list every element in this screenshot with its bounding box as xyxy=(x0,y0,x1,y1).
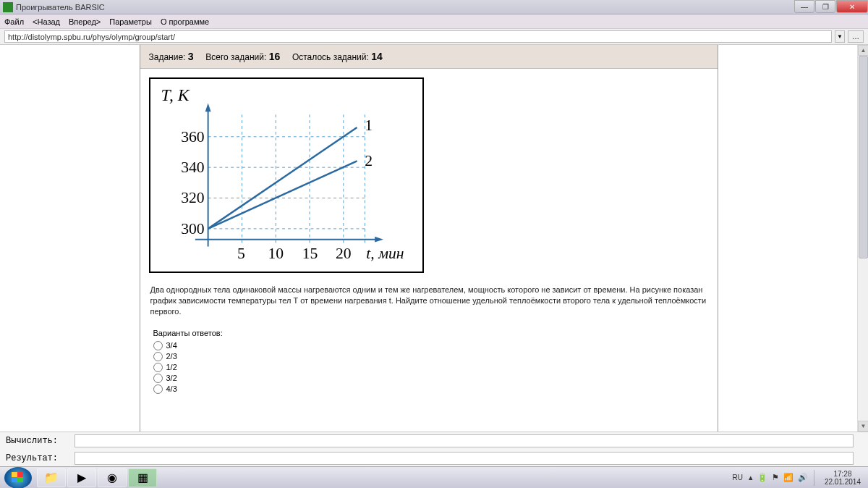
chart-ytick: 300 xyxy=(181,220,204,237)
chart-xtick: 15 xyxy=(302,245,318,262)
chart-xlabel: t, мин xyxy=(366,245,404,262)
compute-input[interactable] xyxy=(75,434,854,447)
menu-params[interactable]: Параметры xyxy=(109,17,152,26)
answer-label: 2/3 xyxy=(166,352,177,361)
menu-about[interactable]: О программе xyxy=(161,17,209,26)
tray-date: 22.01.2014 xyxy=(825,478,861,486)
answer-option[interactable]: 4/3 xyxy=(153,384,705,395)
answers-title: Варианты ответов: xyxy=(153,329,705,337)
chart-ytick: 320 xyxy=(181,189,204,206)
answer-radio[interactable] xyxy=(153,341,163,350)
task-remaining: 14 xyxy=(371,51,383,62)
answers-block: Варианты ответов: 3/4 2/3 1/2 3/2 4/3 xyxy=(140,326,718,397)
tray-volume-icon[interactable]: 🔊 xyxy=(798,473,808,482)
answer-label: 4/3 xyxy=(166,384,177,393)
svg-marker-11 xyxy=(205,103,210,112)
chart-series-label: 1 xyxy=(365,117,373,134)
answer-option[interactable]: 3/4 xyxy=(153,340,705,351)
answer-radio[interactable] xyxy=(153,384,163,394)
compute-panel: Вычислить: Результат: xyxy=(0,432,868,466)
menu-back[interactable]: <Назад xyxy=(33,17,60,26)
vertical-scrollbar[interactable]: ▲ ▼ xyxy=(857,45,868,432)
answer-label: 3/2 xyxy=(166,374,177,382)
window-controls: — ❐ ✕ xyxy=(793,0,868,13)
chart-series-label: 2 xyxy=(365,152,373,169)
tray-icons: ▴ 🔋 ⚑ 📶 🔊 xyxy=(749,473,808,482)
taskbar-barsic-icon[interactable]: ▦ xyxy=(128,468,157,487)
problem-text: Два однородных тела одинаковой массы наг… xyxy=(140,282,718,326)
compute-label: Вычислить: xyxy=(6,436,75,446)
menu-file[interactable]: Файл xyxy=(4,17,24,26)
content-area: Задание: 3 Всего заданий: 16 Осталось за… xyxy=(0,45,857,432)
url-dropdown-icon[interactable]: ▼ xyxy=(835,30,845,43)
start-button[interactable] xyxy=(4,467,32,489)
svg-line-13 xyxy=(208,127,357,229)
chart-ytick: 360 xyxy=(181,128,204,146)
tray-time: 17:28 xyxy=(825,470,861,478)
result-output xyxy=(75,452,854,465)
result-label: Результат: xyxy=(6,453,75,463)
page-frame: Задание: 3 Всего заданий: 16 Осталось за… xyxy=(140,45,718,432)
url-bar: ▼ … xyxy=(0,29,868,45)
taskbar-explorer-icon[interactable]: 📁 xyxy=(37,468,66,487)
taskbar-chrome-icon[interactable]: ◉ xyxy=(98,468,127,487)
chart: T, К 360 340 320 300 5 10 15 20 t, мин 1… xyxy=(149,77,424,273)
close-button[interactable]: ✕ xyxy=(836,0,868,13)
tray-separator xyxy=(814,470,814,486)
answer-option[interactable]: 1/2 xyxy=(153,362,705,373)
tray-language[interactable]: RU xyxy=(732,474,742,481)
menu-forward[interactable]: Вперед> xyxy=(69,17,101,26)
system-tray: RU ▴ 🔋 ⚑ 📶 🔊 17:28 22.01.2014 xyxy=(729,470,868,486)
tray-battery-icon[interactable]: 🔋 xyxy=(757,473,767,482)
scroll-up-icon[interactable]: ▲ xyxy=(858,45,868,56)
url-input[interactable] xyxy=(4,30,832,43)
tray-show-hidden-icon[interactable]: ▴ xyxy=(749,473,753,482)
chart-xtick: 10 xyxy=(268,245,284,262)
svg-marker-12 xyxy=(375,237,383,243)
task-header: Задание: 3 Всего заданий: 16 Осталось за… xyxy=(140,45,718,69)
answer-radio[interactable] xyxy=(153,374,163,383)
maximize-button[interactable]: ❐ xyxy=(815,0,835,13)
menubar: Файл <Назад Вперед> Параметры О программ… xyxy=(0,14,868,29)
taskbar-media-icon[interactable]: ▶ xyxy=(67,468,96,487)
answer-label: 3/4 xyxy=(166,341,177,350)
task-current: 3 xyxy=(188,51,194,62)
tray-clock[interactable]: 17:28 22.01.2014 xyxy=(820,470,865,486)
app-icon xyxy=(3,2,13,12)
scroll-down-icon[interactable]: ▼ xyxy=(858,421,868,432)
tray-network-icon[interactable]: 📶 xyxy=(783,473,793,482)
url-extra-button[interactable]: … xyxy=(848,30,864,43)
chart-ytick: 340 xyxy=(181,159,204,176)
task-current-label: Задание: xyxy=(149,52,186,62)
chart-xtick: 20 xyxy=(335,245,351,262)
window-title: Проигрыватель BARSIC xyxy=(16,3,865,12)
window-titlebar: Проигрыватель BARSIC — ❐ ✕ xyxy=(0,0,868,14)
tray-flag-icon[interactable]: ⚑ xyxy=(772,473,779,482)
task-total: 16 xyxy=(269,51,281,62)
taskbar: 📁 ▶ ◉ ▦ RU ▴ 🔋 ⚑ 📶 🔊 17:28 22.01.2014 xyxy=(0,466,868,488)
answer-radio[interactable] xyxy=(153,363,163,372)
answer-radio[interactable] xyxy=(153,352,163,361)
answer-option[interactable]: 3/2 xyxy=(153,373,705,384)
scroll-thumb[interactable] xyxy=(859,56,868,258)
answer-option[interactable]: 2/3 xyxy=(153,351,705,362)
chart-ylabel: T, К xyxy=(161,85,190,104)
svg-line-14 xyxy=(208,161,357,229)
answer-label: 1/2 xyxy=(166,363,177,371)
task-total-label: Всего заданий: xyxy=(205,52,266,62)
chart-xtick: 5 xyxy=(237,245,245,262)
task-remaining-label: Осталось заданий: xyxy=(292,52,369,62)
minimize-button[interactable]: — xyxy=(794,0,814,13)
